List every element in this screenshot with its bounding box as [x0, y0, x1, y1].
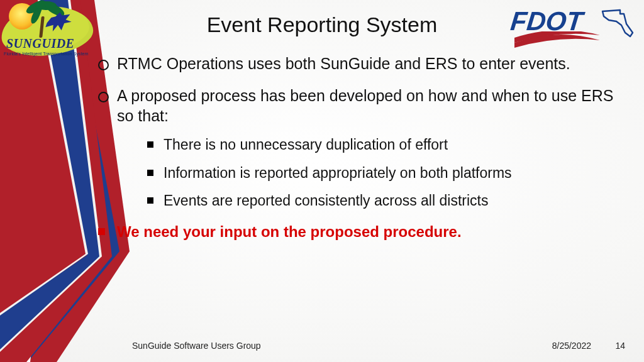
sunguide-brand-text: SUNGUIDE	[6, 36, 74, 51]
sunguide-tagline: Florida's Intelligent Transportation Sys…	[4, 52, 88, 56]
footer-page-number: 14	[615, 341, 625, 351]
bullet-level1: RTMC Operations uses both SunGuide and E…	[98, 54, 619, 74]
footer-date: 8/25/2022	[552, 341, 591, 351]
bullet-level1: A proposed process has been developed on…	[98, 86, 619, 210]
bullet-highlight: We need your input on the proposed proce…	[98, 222, 619, 241]
footer-group: SunGuide Software Users Group	[132, 341, 261, 351]
bullet-text: There is no unnecessary duplication of e…	[164, 136, 448, 153]
slide-title: Event Reporting System	[0, 13, 644, 37]
bullet-level2: There is no unnecessary duplication of e…	[117, 136, 619, 154]
bullet-text: Information is reported appropriately on…	[164, 165, 512, 181]
bullet-level2: Information is reported appropriately on…	[117, 164, 619, 182]
bullet-text: We need your input on the proposed proce…	[117, 223, 462, 240]
bullet-text: RTMC Operations uses both SunGuide and E…	[117, 55, 570, 72]
slide-body: RTMC Operations uses both SunGuide and E…	[98, 54, 619, 241]
bullet-level2: Events are reported consistently across …	[117, 192, 619, 210]
bullet-text: A proposed process has been developed on…	[117, 87, 613, 124]
bullet-text: Events are reported consistently across …	[164, 192, 488, 209]
